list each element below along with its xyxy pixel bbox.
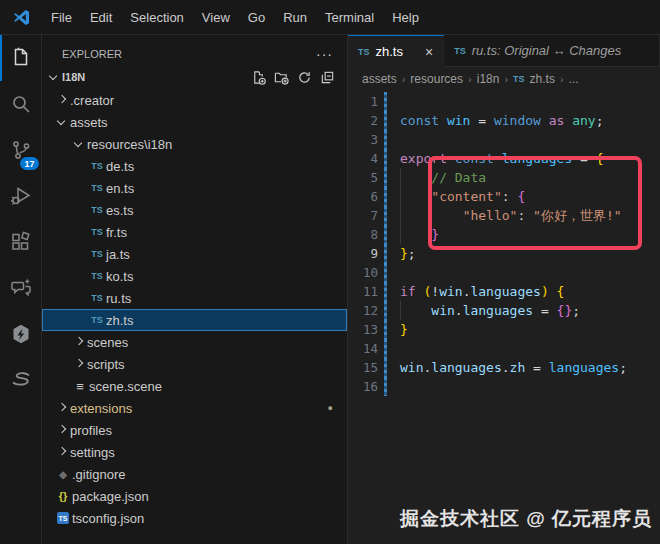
new-file-icon[interactable]	[251, 70, 266, 85]
menu-selection[interactable]: Selection	[121, 0, 192, 35]
close-icon[interactable]: ×	[425, 44, 433, 60]
typescript-file-icon: TS	[513, 74, 525, 84]
tree-item-scene-scene[interactable]: ≡scene.scene	[42, 375, 347, 397]
tree-item-ja-ts[interactable]: TSja.ts	[42, 243, 347, 265]
tree-item-tsconfig-json[interactable]: TStsconfig.json	[42, 507, 347, 529]
code-text: // Data	[400, 168, 486, 187]
line-number[interactable]: 9	[348, 244, 384, 263]
breadcrumb-item[interactable]: i18n	[477, 72, 500, 86]
explorer-sidebar: EXPLORER ··· I18N .creatorassetsresource…	[42, 35, 348, 544]
code-line-15[interactable]: 15win.languages.zh = languages;	[348, 358, 660, 377]
line-number[interactable]: 7	[348, 206, 384, 225]
code-line-14[interactable]: 14	[348, 339, 660, 358]
menu-go[interactable]: Go	[239, 0, 274, 35]
menu-view[interactable]: View	[193, 0, 239, 35]
code-editor[interactable]: 12const win = window as any;34export con…	[348, 90, 660, 544]
activity-extensions-icon[interactable]	[0, 219, 41, 265]
code-line-13[interactable]: 13}	[348, 320, 660, 339]
git-modified-gutter	[384, 263, 387, 282]
tree-item-fr-ts[interactable]: TSfr.ts	[42, 221, 347, 243]
editor-group: TS zh.ts × TS ru.ts: Original ↔ Changes …	[348, 35, 660, 544]
tree-item-extensions[interactable]: extensions●	[42, 397, 347, 419]
explorer-title: EXPLORER	[62, 48, 122, 60]
line-number[interactable]: 11	[348, 282, 384, 301]
tab-zh-ts[interactable]: TS zh.ts ×	[348, 35, 444, 67]
breadcrumb-item[interactable]: ...	[569, 72, 579, 86]
line-number[interactable]: 2	[348, 111, 384, 130]
tree-item-es-ts[interactable]: TSes.ts	[42, 199, 347, 221]
activity-extension-s-icon[interactable]	[0, 357, 41, 403]
menu-edit[interactable]: Edit	[81, 0, 121, 35]
line-number[interactable]: 12	[348, 301, 384, 320]
tree-item--creator[interactable]: .creator	[42, 89, 347, 111]
line-number[interactable]: 15	[348, 358, 384, 377]
activity-chat-icon[interactable]	[0, 265, 41, 311]
git-modified-gutter	[384, 377, 387, 396]
tree-item-label: zh.ts	[106, 313, 133, 328]
tree-item-ko-ts[interactable]: TSko.ts	[42, 265, 347, 287]
line-number[interactable]: 1	[348, 92, 384, 111]
line-number[interactable]: 6	[348, 187, 384, 206]
breadcrumb-item[interactable]: resources	[410, 72, 463, 86]
tree-item-resources-i18n[interactable]: resources\i18n	[42, 133, 347, 155]
breadcrumb-item[interactable]: assets	[362, 72, 397, 86]
code-line-1[interactable]: 1	[348, 92, 660, 111]
tree-item-label: fr.ts	[106, 225, 127, 240]
code-line-3[interactable]: 3	[348, 130, 660, 149]
code-line-12[interactable]: 12 win.languages = {};	[348, 301, 660, 320]
activity-run-debug-icon[interactable]	[0, 173, 41, 219]
line-number[interactable]: 10	[348, 263, 384, 282]
line-number[interactable]: 14	[348, 339, 384, 358]
tree-item-de-ts[interactable]: TSde.ts	[42, 155, 347, 177]
line-number[interactable]: 5	[348, 168, 384, 187]
tree-item-assets[interactable]: assets	[42, 111, 347, 133]
tree-item-en-ts[interactable]: TSen.ts	[42, 177, 347, 199]
tree-item--gitignore[interactable]: ◆.gitignore	[42, 463, 347, 485]
menu-run[interactable]: Run	[274, 0, 316, 35]
menu-terminal[interactable]: Terminal	[316, 0, 383, 35]
line-number[interactable]: 4	[348, 149, 384, 168]
tree-item-scripts[interactable]: scripts	[42, 353, 347, 375]
code-line-7[interactable]: 7 "hello": "你好，世界!"	[348, 206, 660, 225]
activity-source-control-icon[interactable]: 17	[0, 127, 41, 173]
tree-item-settings[interactable]: settings	[42, 441, 347, 463]
line-number[interactable]: 16	[348, 377, 384, 396]
code-line-5[interactable]: 5 // Data	[348, 168, 660, 187]
line-number[interactable]: 3	[348, 130, 384, 149]
tsconfig-file-icon: TS	[54, 510, 72, 526]
tree-item-profiles[interactable]: profiles	[42, 419, 347, 441]
watermark-text: 掘金技术社区 @ 亿元程序员	[400, 506, 652, 532]
git-modified-gutter	[384, 206, 387, 225]
menu-file[interactable]: File	[42, 0, 81, 35]
line-number[interactable]: 13	[348, 320, 384, 339]
tab-ru-ts-diff[interactable]: TS ru.ts: Original ↔ Changes	[444, 35, 660, 66]
breadcrumb-item[interactable]: zh.ts	[530, 72, 555, 86]
tree-item-label: settings	[70, 445, 115, 460]
activity-extension-hex-icon[interactable]	[0, 311, 41, 357]
activity-search-icon[interactable]	[0, 81, 41, 127]
explorer-section-i18n[interactable]: I18N	[42, 65, 347, 89]
line-number[interactable]: 8	[348, 225, 384, 244]
activity-explorer-icon[interactable]	[0, 35, 41, 81]
menu-bar: FileEditSelectionViewGoRunTerminalHelp	[42, 0, 428, 35]
explorer-more-actions-icon[interactable]: ···	[316, 46, 333, 62]
code-line-9[interactable]: 9};	[348, 244, 660, 263]
code-line-10[interactable]: 10	[348, 263, 660, 282]
code-line-11[interactable]: 11if (!win.languages) {	[348, 282, 660, 301]
refresh-icon[interactable]	[297, 70, 312, 85]
menu-help[interactable]: Help	[383, 0, 428, 35]
tree-item-package-json[interactable]: {}package.json	[42, 485, 347, 507]
ts-file-icon: TS	[88, 224, 106, 240]
breadcrumb-separator-icon: ›	[468, 73, 472, 85]
new-folder-icon[interactable]	[274, 70, 289, 85]
tree-item-scenes[interactable]: scenes	[42, 331, 347, 353]
code-line-8[interactable]: 8 }	[348, 225, 660, 244]
indent-guide	[400, 206, 401, 225]
collapse-all-icon[interactable]	[320, 70, 335, 85]
code-line-6[interactable]: 6 "content": {	[348, 187, 660, 206]
code-line-16[interactable]: 16	[348, 377, 660, 396]
code-line-2[interactable]: 2const win = window as any;	[348, 111, 660, 130]
tree-item-ru-ts[interactable]: TSru.ts	[42, 287, 347, 309]
tree-item-zh-ts[interactable]: TSzh.ts	[42, 309, 347, 331]
code-line-4[interactable]: 4export const languages = {	[348, 149, 660, 168]
